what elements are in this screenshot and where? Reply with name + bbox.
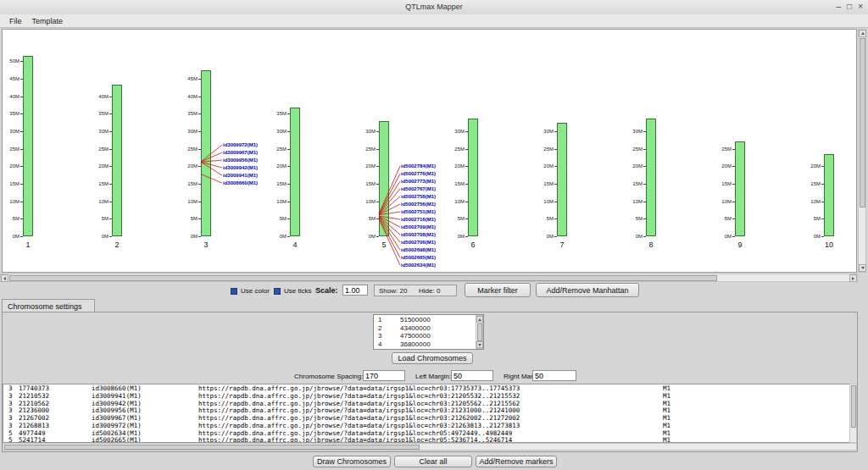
chart-hscroll-thumb[interactable] (9, 275, 717, 281)
marker-label[interactable]: id5002698(M1) (401, 247, 436, 253)
axis-tick-label: 25M (180, 147, 198, 152)
axis-tick-label: 45M (2, 76, 19, 82)
marker-label[interactable]: id3008660(M1) (223, 180, 258, 186)
axis-tick-label: 10M (269, 199, 287, 205)
marker-label[interactable]: id3009941(M1) (223, 173, 258, 179)
title-bar[interactable]: QTLmax Mapper – □ × (0, 0, 868, 15)
marker-label[interactable]: id5002751(M1) (401, 209, 436, 215)
scroll-up-icon[interactable] (859, 30, 866, 37)
axis-tick-label: 0M (536, 234, 554, 240)
chromosome-bar (112, 85, 122, 236)
axis-tick-label: 35M (91, 111, 108, 117)
marker-label[interactable]: id3009972(M1) (223, 142, 258, 148)
marker-label[interactable]: id5002709(M1) (401, 224, 436, 230)
list-scroll-up-icon[interactable] (476, 316, 483, 323)
chromosome-bar (735, 141, 745, 236)
draw-chromosomes-button[interactable]: Draw Chromosomes (313, 456, 391, 467)
menu-file[interactable]: File (4, 16, 27, 26)
hide-count: Hide: 0 (419, 287, 440, 295)
axis-tick-label: 10M (536, 199, 554, 205)
marker-label[interactable]: id5002773(M1) (401, 179, 436, 185)
qtlmax-mapper-window: { "window": { "title": "QTLmax Mapper", … (0, 0, 868, 470)
axis-tick-mark (20, 236, 23, 237)
axis-tick-label: 10M (447, 199, 465, 205)
menu-template[interactable]: Template (27, 16, 69, 26)
tab-chromosome-settings[interactable]: Chromosome settings (2, 299, 95, 312)
marker-table-vertical-scrollbar[interactable] (849, 384, 857, 443)
close-icon[interactable]: × (858, 2, 863, 12)
scroll-left-icon[interactable] (1, 274, 8, 282)
axis-tick-label: 35M (269, 111, 287, 117)
axis-tick-label: 5M (358, 216, 376, 222)
chromosome-bar (290, 108, 300, 236)
axis-tick-label: 25M (269, 147, 287, 152)
marker-label[interactable]: id5002706(M1) (401, 240, 436, 246)
chromosome-list-item[interactable]: 347500000 (375, 332, 475, 340)
list-scroll-down-icon[interactable] (476, 341, 483, 348)
chromosome-list-item[interactable]: 243400000 (375, 324, 475, 333)
axis-tick-label: 5M (536, 216, 554, 222)
maximize-icon[interactable]: □ (847, 2, 852, 12)
clear-all-button[interactable]: Clear all (394, 456, 472, 467)
marker-table-row[interactable]: 55241714id5002665(M1)https://rapdb.dna.a… (3, 437, 856, 443)
marker-label[interactable]: id5002708(M1) (401, 232, 436, 238)
marker-label[interactable]: id5002784(M1) (401, 163, 436, 169)
scroll-right-icon[interactable] (849, 274, 857, 282)
minimize-icon[interactable]: – (837, 2, 842, 12)
chromosome-bar (557, 123, 567, 236)
axis-tick-label: 0M (358, 234, 376, 240)
add-remove-manhattan-button[interactable]: Add/Remove Manhattan (536, 283, 639, 297)
marker-label[interactable]: id3009956(M1) (223, 158, 258, 163)
marker-label[interactable]: id5002758(M1) (401, 194, 436, 200)
marker-table-vscroll-thumb[interactable] (851, 385, 856, 428)
axis-tick-label: 0M (269, 234, 287, 240)
axis-tick-label: 30M (625, 129, 643, 135)
axis-tick-label: 10M (2, 199, 19, 205)
scale-label: Scale: (315, 286, 338, 295)
marker-label[interactable]: id5002716(M1) (401, 217, 436, 223)
marker-label[interactable]: id3009967(M1) (223, 150, 258, 156)
marker-table-hscroll-thumb[interactable] (4, 445, 420, 450)
marker-label[interactable]: id5002756(M1) (401, 202, 436, 207)
chart-vscroll-thumb[interactable] (860, 38, 865, 207)
axis-tick-label: 15M (2, 181, 19, 187)
marker-label[interactable]: id5002776(M1) (401, 171, 436, 177)
chromosome-chart-canvas[interactable]: 0M5M10M15M20M25M30M35M40M45M50M10M5M10M1… (2, 29, 857, 273)
axis-tick-label: 15M (714, 181, 732, 187)
axis-tick-mark (554, 236, 557, 237)
chart-vertical-scrollbar[interactable] (858, 29, 866, 273)
chromosome-bar (201, 70, 211, 236)
axis-tick-label: 10M (358, 199, 376, 205)
marker-table-horizontal-scrollbar[interactable] (3, 443, 857, 451)
axis-tick-label: 20M (91, 163, 108, 169)
axis-tick-label: 40M (180, 94, 198, 100)
chromosome-list-length: 43400000 (400, 324, 431, 332)
marker-filter-button[interactable]: Marker filter (465, 283, 531, 297)
axis-tick-label: 10M (91, 199, 108, 205)
axis-tick-label: 20M (2, 163, 19, 169)
chromosome-number-label: 3 (198, 241, 214, 249)
chart-horizontal-scrollbar[interactable] (0, 274, 858, 282)
scroll-down-icon[interactable] (859, 264, 866, 272)
right-margin-input[interactable] (532, 370, 576, 381)
load-chromosomes-button[interactable]: Load Chromosomes (392, 352, 473, 364)
marker-label[interactable]: id5002634(M1) (401, 263, 436, 268)
list-scroll-thumb[interactable] (477, 323, 482, 341)
marker-label[interactable]: id3009942(M1) (223, 165, 258, 171)
marker-table[interactable]: 317740373id3008660(M1)https://rapdb.dna.… (3, 384, 857, 443)
chromosome-length-list[interactable]: 151500000243400000347500000436800000 (373, 314, 484, 350)
marker-id-cell: id5002665(M1) (92, 437, 142, 443)
use-ticks-checkbox[interactable] (274, 288, 281, 295)
marker-label[interactable]: id5002767(M1) (401, 186, 436, 192)
use-color-checkbox[interactable] (231, 288, 237, 295)
use-color-label: Use color (241, 287, 270, 295)
marker-label[interactable]: id5002665(M1) (401, 255, 436, 261)
chromosome-list-item[interactable]: 436800000 (375, 340, 475, 349)
scale-input[interactable] (342, 285, 368, 296)
add-remove-markers-button[interactable]: Add/Remove markers (476, 456, 557, 467)
chromosome-spacing-input[interactable] (363, 370, 405, 381)
chromosome-list-item[interactable]: 151500000 (375, 316, 475, 324)
axis-tick-label: 15M (536, 181, 554, 187)
chromosome-list-scrollbar[interactable] (476, 315, 483, 349)
left-margin-input[interactable] (451, 370, 493, 381)
